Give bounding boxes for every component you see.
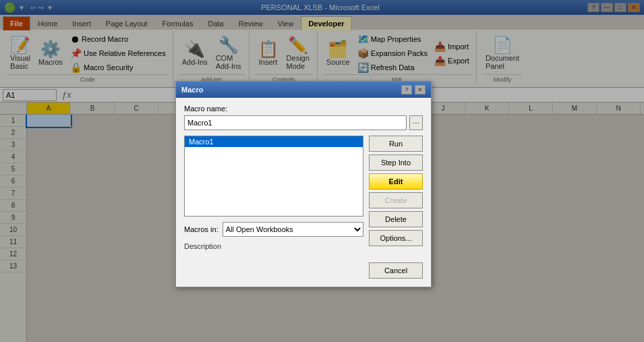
- row-header-12[interactable]: 12: [0, 248, 26, 260]
- addins-button[interactable]: 🔌 Add-Ins: [179, 39, 211, 68]
- cell-k1[interactable]: [465, 115, 509, 127]
- import-button[interactable]: 📥 Import: [432, 40, 472, 53]
- code-group-content: 📝 VisualBasic ⚙️ Macros ⏺ Record Macro 📌…: [7, 32, 169, 74]
- refresh-data-button[interactable]: 🔄 Refresh Data: [355, 61, 430, 74]
- row-header-11[interactable]: 11: [0, 236, 26, 248]
- macro-dialog: Macro ? ✕ Macro name: ⋯ Macro1 Macros in…: [175, 81, 432, 287]
- xml-import-btns: 📥 Import 📤 Export: [432, 40, 472, 67]
- tab-pagelayout[interactable]: Page Layout: [98, 16, 155, 30]
- row-header-8[interactable]: 8: [0, 200, 26, 212]
- group-addins: 🔌 Add-Ins 🔧 COMAdd-Ins Add-Ins: [175, 31, 250, 84]
- ribbon: File Home Insert Page Layout Formulas Da…: [0, 15, 644, 88]
- minimize-btn[interactable]: —: [601, 3, 613, 12]
- tab-file[interactable]: File: [3, 16, 30, 30]
- export-icon: 📤: [434, 55, 446, 66]
- visual-basic-button[interactable]: 📝 VisualBasic: [7, 35, 34, 72]
- macros-in-label: Macros in:: [184, 225, 218, 233]
- cell-n1[interactable]: [597, 115, 641, 127]
- col-header-a[interactable]: A: [27, 103, 71, 114]
- title-bar: 🟢 ▼ ↩ ↪ ▼ PERSONAL.XLSB - Microsoft Exce…: [0, 0, 644, 15]
- tab-data[interactable]: Data: [200, 16, 231, 30]
- cell-m1[interactable]: [553, 115, 597, 127]
- app-icon: 🟢: [4, 2, 16, 13]
- source-button[interactable]: 🗂️ Source: [323, 39, 353, 68]
- dialog-footer: Cancel: [176, 257, 431, 287]
- design-icon: ✏️: [288, 37, 308, 53]
- macros-button[interactable]: ⚙️ Macros: [35, 39, 66, 68]
- cell-c1[interactable]: [115, 115, 158, 127]
- dialog-titlebar: Macro ? ✕: [176, 82, 431, 98]
- row-header-5[interactable]: 5: [0, 163, 26, 175]
- row-header-2[interactable]: 2: [0, 127, 26, 139]
- relative-ref-icon: 📌: [70, 48, 82, 59]
- options-button[interactable]: Options...: [369, 230, 423, 246]
- cell-l1[interactable]: [509, 115, 553, 127]
- tab-view[interactable]: View: [270, 16, 301, 30]
- close-btn[interactable]: ✕: [628, 3, 640, 12]
- col-header-n[interactable]: N: [597, 103, 641, 114]
- macros-icon: ⚙️: [40, 41, 61, 57]
- tab-formulas[interactable]: Formulas: [155, 16, 201, 30]
- list-item[interactable]: Macro1: [185, 136, 363, 147]
- dialog-body: Macro name: ⋯ Macro1 Macros in: All Open…: [176, 98, 431, 257]
- insert-button[interactable]: 📋 Insert: [255, 39, 282, 68]
- record-macro-button[interactable]: ⏺ Record Macro: [67, 32, 169, 46]
- function-icon[interactable]: ƒx: [59, 90, 74, 100]
- dialog-close-btn[interactable]: ✕: [415, 85, 426, 94]
- macro-list-container: Macro1 Macros in: All Open Workbooks Thi…: [184, 136, 363, 250]
- title-bar-left: 🟢 ▼ ↩ ↪ ▼: [4, 2, 53, 13]
- modify-group-label: Modify: [482, 74, 523, 83]
- macro-name-row: ⋯: [184, 115, 423, 130]
- row-header-4[interactable]: 4: [0, 151, 26, 163]
- col-header-c[interactable]: C: [115, 103, 158, 114]
- col-header-b[interactable]: B: [71, 103, 115, 114]
- record-icon: ⏺: [70, 34, 80, 45]
- com-addins-button[interactable]: 🔧 COMAdd-Ins: [212, 35, 245, 72]
- edit-button[interactable]: Edit: [369, 173, 423, 190]
- relative-references-button[interactable]: 📌 Use Relative References: [67, 47, 169, 60]
- macros-in-select[interactable]: All Open Workbooks This Workbook PERSONA…: [223, 222, 363, 237]
- name-box[interactable]: [3, 89, 57, 101]
- macro-browse-btn[interactable]: ⋯: [409, 115, 423, 130]
- row-header-13[interactable]: 13: [0, 260, 26, 273]
- macro-security-button[interactable]: 🔒 Macro Security: [67, 61, 169, 74]
- col-header-l[interactable]: L: [509, 103, 553, 114]
- dialog-title: Macro: [181, 86, 203, 94]
- create-button[interactable]: Create: [369, 192, 423, 208]
- tab-review[interactable]: Review: [231, 16, 270, 30]
- modify-group-content: 📄 DocumentPanel: [482, 32, 523, 74]
- tab-developer[interactable]: Developer: [301, 16, 351, 30]
- delete-button[interactable]: Delete: [369, 211, 423, 227]
- window-controls[interactable]: ? — □ ✕: [587, 3, 640, 12]
- row-header-6[interactable]: 6: [0, 175, 26, 188]
- design-mode-button[interactable]: ✏️ DesignMode: [283, 35, 313, 72]
- row-header-10[interactable]: 10: [0, 224, 26, 236]
- macro-name-input[interactable]: [184, 115, 407, 130]
- col-header-k[interactable]: K: [465, 103, 509, 114]
- code-group-label: Code: [7, 74, 169, 83]
- dialog-help-btn[interactable]: ?: [401, 85, 412, 94]
- corner-cell: [0, 103, 27, 114]
- description-label: Description: [184, 242, 363, 250]
- row-header-3[interactable]: 3: [0, 139, 26, 151]
- run-button[interactable]: Run: [369, 136, 423, 152]
- tab-insert[interactable]: Insert: [65, 16, 98, 30]
- step-into-button[interactable]: Step Into: [369, 154, 423, 171]
- tab-home[interactable]: Home: [30, 16, 65, 30]
- cell-b1[interactable]: [71, 115, 115, 127]
- cancel-button[interactable]: Cancel: [369, 262, 423, 279]
- row-header-7[interactable]: 7: [0, 188, 26, 200]
- help-btn[interactable]: ?: [587, 3, 599, 12]
- row-header-9[interactable]: 9: [0, 212, 26, 224]
- document-panel-button[interactable]: 📄 DocumentPanel: [482, 35, 523, 72]
- row-header-1[interactable]: 1: [0, 115, 26, 127]
- window-title: PERSONAL.XLSB - Microsoft Excel: [53, 3, 587, 11]
- expansion-packs-button[interactable]: 📦 Expansion Packs: [355, 47, 430, 60]
- col-header-m[interactable]: M: [553, 103, 597, 114]
- macro-list[interactable]: Macro1: [184, 136, 363, 217]
- restore-btn[interactable]: □: [614, 3, 626, 12]
- cell-a1[interactable]: [27, 115, 71, 127]
- dialog-controls: ? ✕: [401, 85, 426, 94]
- map-properties-button[interactable]: 🗺️ Map Properties: [355, 32, 430, 46]
- export-button[interactable]: 📤 Export: [432, 54, 472, 67]
